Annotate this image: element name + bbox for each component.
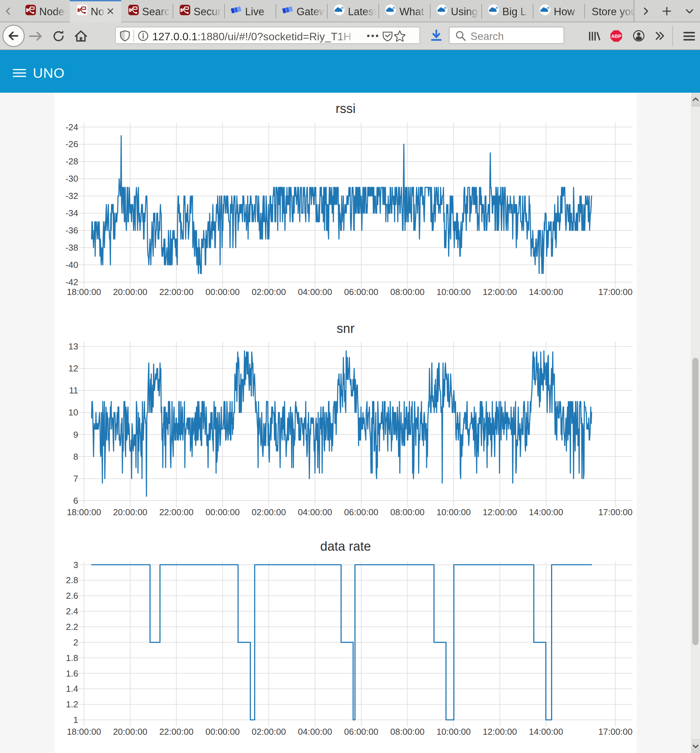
svg-text:8: 8 xyxy=(73,452,78,462)
svg-text:1.4: 1.4 xyxy=(66,684,78,694)
svg-text:2.6: 2.6 xyxy=(66,591,78,601)
svg-text:1.6: 1.6 xyxy=(66,669,78,678)
svg-text:10: 10 xyxy=(69,407,78,418)
svg-text:20:00:00: 20:00:00 xyxy=(113,287,147,297)
svg-text:-32: -32 xyxy=(65,191,78,201)
svg-text:6: 6 xyxy=(73,496,78,506)
svg-text:08:00:00: 08:00:00 xyxy=(390,726,425,737)
svg-text:7: 7 xyxy=(73,474,78,484)
svg-text:02:00:00: 02:00:00 xyxy=(252,726,286,737)
svg-text:-28: -28 xyxy=(65,156,78,167)
svg-text:2.8: 2.8 xyxy=(66,575,78,585)
svg-text:3: 3 xyxy=(73,560,78,570)
svg-text:ABP: ABP xyxy=(611,33,622,39)
svg-text:08:00:00: 08:00:00 xyxy=(390,287,425,297)
svg-text:2.4: 2.4 xyxy=(66,606,78,616)
svg-text:-36: -36 xyxy=(65,225,78,235)
svg-text:22:00:00: 22:00:00 xyxy=(159,507,193,517)
svg-text:14:00:00: 14:00:00 xyxy=(529,507,563,517)
svg-text:04:00:00: 04:00:00 xyxy=(298,726,332,737)
svg-text:10:00:00: 10:00:00 xyxy=(437,287,471,297)
svg-text:9: 9 xyxy=(73,430,78,440)
svg-text:11: 11 xyxy=(69,385,78,396)
svg-text:06:00:00: 06:00:00 xyxy=(344,507,378,517)
svg-text:12: 12 xyxy=(69,363,78,373)
svg-text:18:00:00: 18:00:00 xyxy=(67,507,101,517)
svg-text:17:00:00: 17:00:00 xyxy=(598,507,632,517)
svg-text:data rate: data rate xyxy=(320,539,371,553)
svg-text:06:00:00: 06:00:00 xyxy=(344,726,378,737)
svg-text:00:00:00: 00:00:00 xyxy=(205,287,240,297)
svg-text:00:00:00: 00:00:00 xyxy=(205,507,240,517)
svg-text:12:00:00: 12:00:00 xyxy=(483,726,517,737)
svg-text:02:00:00: 02:00:00 xyxy=(252,287,286,297)
svg-text:02:00:00: 02:00:00 xyxy=(252,507,286,517)
svg-text:18:00:00: 18:00:00 xyxy=(67,726,101,737)
svg-text:snr: snr xyxy=(337,321,355,335)
svg-text:-34: -34 xyxy=(65,208,78,218)
svg-text:20:00:00: 20:00:00 xyxy=(113,507,147,517)
svg-text:22:00:00: 22:00:00 xyxy=(159,287,193,297)
svg-text:-24: -24 xyxy=(65,122,78,132)
svg-text:04:00:00: 04:00:00 xyxy=(298,507,332,517)
svg-text:14:00:00: 14:00:00 xyxy=(529,726,563,737)
svg-text:04:00:00: 04:00:00 xyxy=(298,287,332,297)
svg-text:17:00:00: 17:00:00 xyxy=(598,726,632,737)
svg-text:1.2: 1.2 xyxy=(66,699,78,709)
svg-text:17:00:00: 17:00:00 xyxy=(598,287,632,297)
svg-text:rssi: rssi xyxy=(336,101,355,116)
svg-text:06:00:00: 06:00:00 xyxy=(344,287,378,297)
svg-text:-40: -40 xyxy=(65,260,78,270)
svg-text:2.2: 2.2 xyxy=(66,622,78,632)
svg-text:10:00:00: 10:00:00 xyxy=(437,726,471,737)
svg-text:1.8: 1.8 xyxy=(66,653,78,663)
svg-text:10:00:00: 10:00:00 xyxy=(437,507,471,517)
svg-text:14:00:00: 14:00:00 xyxy=(529,287,563,297)
svg-text:22:00:00: 22:00:00 xyxy=(159,726,193,737)
svg-text:18:00:00: 18:00:00 xyxy=(67,287,101,297)
svg-text:12:00:00: 12:00:00 xyxy=(483,287,517,297)
svg-text:-30: -30 xyxy=(65,173,78,184)
svg-text:2: 2 xyxy=(73,637,78,647)
svg-text:-42: -42 xyxy=(65,277,78,287)
svg-text:12:00:00: 12:00:00 xyxy=(483,507,517,517)
svg-text:20:00:00: 20:00:00 xyxy=(113,726,147,737)
svg-text:13: 13 xyxy=(69,341,78,351)
svg-text:-38: -38 xyxy=(65,243,78,253)
svg-text:00:00:00: 00:00:00 xyxy=(205,726,240,737)
svg-text:1: 1 xyxy=(73,715,78,725)
svg-text:-26: -26 xyxy=(65,139,78,149)
svg-text:08:00:00: 08:00:00 xyxy=(390,507,425,517)
